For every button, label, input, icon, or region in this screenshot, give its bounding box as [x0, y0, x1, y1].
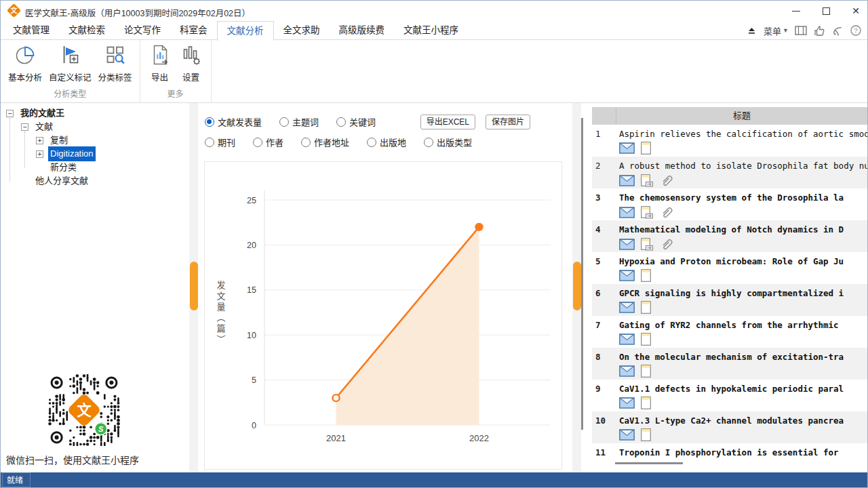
tree-item-label: 他人分享文献	[33, 174, 90, 188]
tree-item-Digitization[interactable]: + Digitization	[1, 147, 189, 161]
svg-text:?: ?	[854, 26, 857, 34]
tree-expander-icon[interactable]: +	[36, 137, 43, 144]
article-list-panel: 标题 1 Aspirin relieves the calcification …	[581, 103, 867, 472]
tab-文献分析[interactable]: 文献分析	[217, 21, 274, 41]
mail-icon	[619, 302, 635, 313]
article-row[interactable]: 4 Mathematical modeling of Notch dynamic…	[592, 220, 867, 252]
tree-item-我的文献王[interactable]: − 我的文献王	[1, 106, 189, 120]
ribbon-tabbar: 文献管理文献检索论文写作科室会文献分析全文求助高级版续费文献王小程序 菜单▼ ?	[1, 21, 867, 40]
ribbon-button-设置[interactable]: 设置	[176, 41, 207, 85]
row-icons	[619, 333, 651, 346]
article-row[interactable]: 7 Gating of RYR2 channels from the arrhy…	[592, 316, 867, 348]
right-splitter[interactable]	[572, 103, 581, 472]
article-table: 标题 1 Aspirin relieves the calcification …	[592, 107, 867, 472]
article-row[interactable]: 2 A robust method to isolate Drosophila …	[592, 157, 867, 188]
tab-文献检索[interactable]: 文献检索	[59, 21, 115, 40]
tab-文献管理[interactable]: 文献管理	[3, 21, 59, 40]
row-icons	[619, 365, 651, 378]
mail-icon	[619, 397, 635, 409]
tab-文献王小程序[interactable]: 文献王小程序	[394, 21, 468, 40]
radio-出版类型[interactable]: 出版类型	[424, 136, 472, 148]
tab-论文写作[interactable]: 论文写作	[115, 21, 170, 40]
row-icons	[619, 142, 651, 155]
left-splitter[interactable]	[189, 103, 198, 472]
ribbon-button-自定义标记[interactable]: 自定义标记	[45, 41, 95, 85]
export-excel-button[interactable]: 导出EXCEL	[420, 115, 475, 129]
radio-作者[interactable]: 作者	[253, 136, 283, 148]
article-row[interactable]: 8 On the molecular mechanism of excitati…	[592, 348, 867, 380]
radio-label: 作者	[266, 136, 283, 148]
tree-item-新分类[interactable]: 新分类	[1, 161, 189, 174]
app-logo-icon: 文	[7, 3, 21, 18]
mail-icon	[619, 333, 635, 345]
tree-expander-icon[interactable]: +	[36, 150, 43, 158]
tab-高级版续费[interactable]: 高级版续费	[330, 21, 395, 40]
article-title: Troponin I phosphorylation is essential …	[619, 447, 867, 458]
article-row[interactable]: 6 GPCR signaling is highly compartmental…	[592, 284, 867, 316]
article-row[interactable]: 3 The chemosensory system of the Drosoph…	[592, 188, 867, 220]
minimize-button[interactable]	[791, 6, 801, 16]
note-icon	[641, 365, 651, 378]
article-row[interactable]: 10 CaV1.3 L-type Ca2+ channel modulates …	[592, 411, 867, 443]
tab-label: 文献王小程序	[403, 25, 458, 35]
tree-item-复制[interactable]: + 复制	[1, 134, 189, 147]
vertical-scrollbar[interactable]	[581, 118, 583, 430]
splitter-grip[interactable]	[190, 262, 198, 310]
svg-text:15: 15	[247, 285, 256, 295]
article-title: CaV1.3 L-type Ca2+ channel modulates pan…	[619, 415, 867, 426]
note-icon	[641, 428, 651, 441]
collapse-ribbon-icon[interactable]	[745, 24, 757, 37]
horizontal-scrollbar[interactable]	[615, 462, 683, 464]
tree-item-他人分享文献[interactable]: 他人分享文献	[1, 174, 189, 188]
radio-label: 文献发表量	[218, 115, 262, 128]
menu-button[interactable]: 菜单▼	[764, 24, 789, 37]
article-row[interactable]: 9 CaV1.1 defects in hypokalemic periodic…	[592, 380, 867, 411]
radio-label: 期刊	[218, 136, 235, 148]
ribbon-group-more: 导出 设置 更多	[140, 40, 212, 102]
radio-主题词[interactable]: 主题词	[279, 115, 319, 128]
tree-expander-icon[interactable]: −	[6, 110, 14, 117]
titlebar: 文 医学文献王-高级版（用户10003到期时间2029年02月02日） ✕	[1, 1, 867, 21]
row-number: 1	[592, 125, 616, 157]
settings-icon	[180, 44, 202, 68]
tab-全文求助[interactable]: 全文求助	[274, 21, 330, 40]
y-axis-label: 发文量（篇）	[214, 262, 226, 364]
article-row[interactable]: 5 Hypoxia and Proton microbeam: Role of …	[592, 252, 867, 284]
rss-icon[interactable]	[831, 24, 844, 37]
splitter-grip[interactable]	[573, 262, 581, 310]
thumbs-up-icon[interactable]	[813, 24, 825, 37]
ribbon-button-分类标签[interactable]: 分类标签	[95, 41, 136, 85]
save-image-button[interactable]: 保存图片	[486, 115, 530, 129]
row-number: 5	[592, 252, 616, 284]
film-icon[interactable]	[795, 24, 807, 37]
article-row[interactable]: 11 Troponin I phosphorylation is essenti…	[592, 443, 867, 460]
ribbon-button-导出[interactable]: 导出	[144, 41, 176, 85]
row-number: 10	[592, 411, 616, 443]
radio-期刊[interactable]: 期刊	[205, 136, 235, 148]
mail-icon	[619, 175, 635, 186]
svg-text:25: 25	[247, 196, 256, 205]
radio-icon	[205, 138, 214, 147]
tree-expander-icon[interactable]: −	[21, 123, 28, 131]
close-button[interactable]: ✕	[851, 6, 861, 16]
table-header: 标题	[592, 107, 867, 125]
radio-关键词[interactable]: 关键词	[336, 115, 376, 128]
maximize-button[interactable]	[821, 6, 831, 16]
clip-icon	[660, 174, 673, 187]
note-icon	[641, 301, 651, 314]
row-icons	[619, 428, 651, 441]
ribbon: 基本分析 自定义标记 分类标签 分析类型 导出 设置 更多	[1, 40, 867, 103]
article-row[interactable]: 1 Aspirin relieves the calcification of …	[592, 125, 867, 157]
tab-label: 文献管理	[13, 25, 50, 35]
radio-作者地址[interactable]: 作者地址	[301, 136, 349, 148]
help-icon[interactable]: ?	[850, 24, 862, 37]
row-number: 6	[592, 284, 616, 316]
tab-科室会[interactable]: 科室会	[170, 21, 217, 40]
radio-文献发表量[interactable]: 文献发表量	[205, 115, 262, 128]
radio-出版地[interactable]: 出版地	[367, 136, 406, 148]
tree-item-label: 新分类	[48, 160, 79, 175]
article-title: On the molecular mechanism of excitation…	[619, 352, 867, 362]
tree-item-文献[interactable]: − 文献	[1, 120, 189, 134]
row-number: 7	[592, 316, 616, 348]
ribbon-button-基本分析[interactable]: 基本分析	[5, 41, 45, 85]
